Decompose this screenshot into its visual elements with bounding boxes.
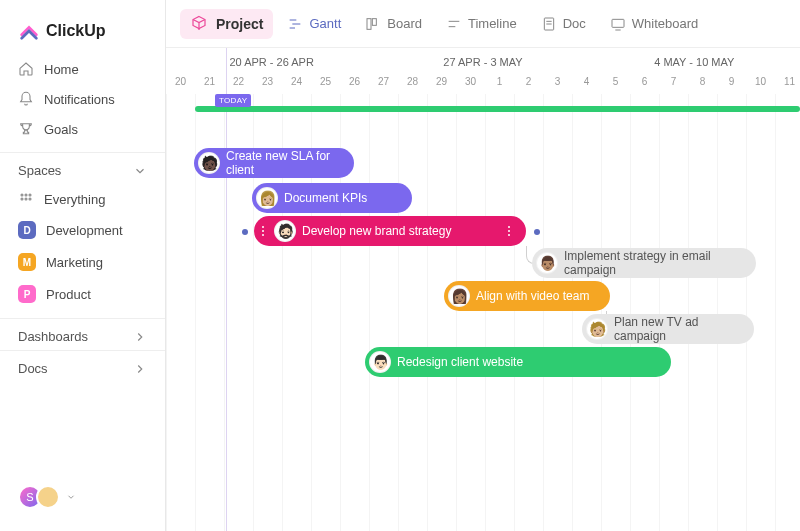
day-cell: 23 bbox=[253, 72, 282, 94]
chevron-right-icon bbox=[133, 362, 147, 376]
day-header: 2021222324252627282930123456789101112 bbox=[166, 72, 800, 94]
bell-icon bbox=[18, 91, 34, 107]
gantt-chart[interactable]: 20 APR - 26 APR 27 APR - 3 MAY 4 MAY - 1… bbox=[166, 48, 800, 531]
chevron-down-icon bbox=[133, 164, 147, 178]
section-docs[interactable]: Docs bbox=[0, 350, 165, 382]
day-cell: 27 bbox=[369, 72, 398, 94]
svg-point-4 bbox=[25, 198, 27, 200]
task-label: Document KPIs bbox=[284, 191, 367, 205]
timeline-icon bbox=[446, 16, 462, 32]
day-cell: 10 bbox=[746, 72, 775, 94]
today-line bbox=[226, 48, 227, 531]
project-name: Project bbox=[216, 16, 263, 32]
nav-notifications[interactable]: Notifications bbox=[0, 84, 165, 114]
main-area: Project Gantt Board Timeline Doc Whitebo… bbox=[166, 0, 800, 531]
day-cell: 3 bbox=[543, 72, 572, 94]
section-dashboards-label: Dashboards bbox=[18, 329, 88, 344]
today-badge: TODAY bbox=[215, 94, 251, 107]
day-cell: 25 bbox=[311, 72, 340, 94]
sidebar-item-development[interactable]: D Development bbox=[0, 214, 165, 246]
gantt-task-bar[interactable]: 👩🏼Document KPIs bbox=[252, 183, 412, 213]
gantt-task-bar[interactable]: 👨🏻Redesign client website bbox=[365, 347, 671, 377]
gantt-task-bar[interactable]: 🧑🏼Plan new TV ad campaign bbox=[582, 314, 754, 344]
gantt-task-bar[interactable]: 🧔🏻Develop new brand strategy bbox=[254, 216, 526, 246]
tab-label: Timeline bbox=[468, 16, 517, 31]
week-header: 20 APR - 26 APR 27 APR - 3 MAY 4 MAY - 1… bbox=[166, 48, 800, 72]
task-label: Implement strategy in email campaign bbox=[564, 249, 744, 277]
svg-rect-16 bbox=[612, 19, 624, 27]
gantt-task-bar[interactable]: 👨🏽Implement strategy in email campaign bbox=[532, 248, 756, 278]
day-cell: 2 bbox=[514, 72, 543, 94]
user-avatar-stack[interactable]: S bbox=[0, 475, 165, 519]
day-cell: 29 bbox=[427, 72, 456, 94]
sidebar: ClickUp Home Notifications Goals Spaces … bbox=[0, 0, 166, 531]
tab-whiteboard[interactable]: Whiteboard bbox=[600, 10, 708, 38]
tab-doc[interactable]: Doc bbox=[531, 10, 596, 38]
week-label: 4 MAY - 10 MAY bbox=[589, 48, 800, 72]
svg-point-5 bbox=[29, 198, 31, 200]
svg-rect-9 bbox=[367, 18, 371, 29]
day-cell: 24 bbox=[282, 72, 311, 94]
task-label: Redesign client website bbox=[397, 355, 523, 369]
drag-handle-icon[interactable] bbox=[504, 226, 514, 236]
gantt-task-bar[interactable]: 👩🏽Align with video team bbox=[444, 281, 610, 311]
gantt-task-bar[interactable]: 🧑🏿Create new SLA for client bbox=[194, 148, 354, 178]
task-label: Align with video team bbox=[476, 289, 589, 303]
day-cell: 30 bbox=[456, 72, 485, 94]
sidebar-item-marketing[interactable]: M Marketing bbox=[0, 246, 165, 278]
tab-label: Whiteboard bbox=[632, 16, 698, 31]
nav-notifications-label: Notifications bbox=[44, 92, 115, 107]
svg-point-3 bbox=[21, 198, 23, 200]
assignee-avatar: 👩🏼 bbox=[256, 187, 278, 209]
chevron-right-icon bbox=[133, 330, 147, 344]
brand-name: ClickUp bbox=[46, 22, 106, 40]
day-cell: 22 bbox=[224, 72, 253, 94]
nav-home-label: Home bbox=[44, 62, 79, 77]
space-name: Development bbox=[46, 223, 123, 238]
space-badge: M bbox=[18, 253, 36, 271]
nav-goals-label: Goals bbox=[44, 122, 78, 137]
task-label: Develop new brand strategy bbox=[302, 224, 451, 238]
assignee-avatar: 👨🏻 bbox=[369, 351, 391, 373]
space-name: Marketing bbox=[46, 255, 103, 270]
summary-bar bbox=[195, 106, 800, 112]
nav-home[interactable]: Home bbox=[0, 54, 165, 84]
day-cell: 1 bbox=[485, 72, 514, 94]
tab-gantt[interactable]: Gantt bbox=[277, 10, 351, 38]
tab-timeline[interactable]: Timeline bbox=[436, 10, 527, 38]
svg-point-2 bbox=[29, 194, 31, 196]
assignee-avatar: 🧔🏻 bbox=[274, 220, 296, 242]
svg-point-1 bbox=[25, 194, 27, 196]
dependency-handle[interactable] bbox=[534, 229, 540, 235]
assignee-avatar: 👨🏽 bbox=[536, 252, 558, 274]
nav-goals[interactable]: Goals bbox=[0, 114, 165, 144]
day-cell: 9 bbox=[717, 72, 746, 94]
assignee-avatar: 👩🏽 bbox=[448, 285, 470, 307]
task-label: Create new SLA for client bbox=[226, 149, 342, 177]
dependency-handle[interactable] bbox=[242, 229, 248, 235]
brand-logo[interactable]: ClickUp bbox=[0, 12, 165, 54]
drag-handle-icon[interactable] bbox=[258, 226, 268, 236]
sidebar-item-everything[interactable]: Everything bbox=[0, 184, 165, 214]
tab-label: Gantt bbox=[309, 16, 341, 31]
grid-icon bbox=[18, 191, 34, 207]
day-cell: 6 bbox=[630, 72, 659, 94]
day-cell: 21 bbox=[195, 72, 224, 94]
tab-label: Doc bbox=[563, 16, 586, 31]
topbar: Project Gantt Board Timeline Doc Whitebo… bbox=[166, 0, 800, 48]
day-cell: 28 bbox=[398, 72, 427, 94]
section-dashboards[interactable]: Dashboards bbox=[0, 318, 165, 350]
section-spaces[interactable]: Spaces bbox=[0, 152, 165, 184]
space-name: Product bbox=[46, 287, 91, 302]
cube-icon bbox=[190, 15, 208, 33]
day-cell: 26 bbox=[340, 72, 369, 94]
whiteboard-icon bbox=[610, 16, 626, 32]
assignee-avatar: 🧑🏿 bbox=[198, 152, 220, 174]
clickup-icon bbox=[18, 20, 40, 42]
chevron-down-icon bbox=[66, 492, 76, 502]
sidebar-item-product[interactable]: P Product bbox=[0, 278, 165, 310]
tab-board[interactable]: Board bbox=[355, 10, 432, 38]
project-selector[interactable]: Project bbox=[180, 9, 273, 39]
week-label: 27 APR - 3 MAY bbox=[377, 48, 588, 72]
avatar bbox=[36, 485, 60, 509]
